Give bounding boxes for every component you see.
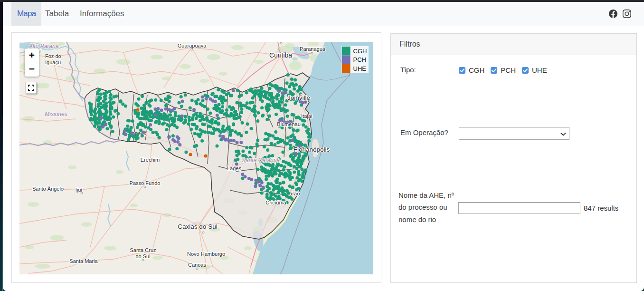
- svg-text:Paranaguá: Paranaguá: [300, 46, 326, 52]
- svg-text:Canoas: Canoas: [188, 262, 206, 268]
- svg-text:Santa Catarina: Santa Catarina: [242, 157, 280, 164]
- svg-text:Blumenau: Blumenau: [277, 121, 301, 127]
- svg-text:Caxias do Sul: Caxias do Sul: [178, 223, 217, 230]
- svg-text:Passo Fundo: Passo Fundo: [130, 180, 161, 186]
- svg-text:Florianópolis: Florianópolis: [294, 146, 330, 153]
- svg-text:Lages: Lages: [227, 165, 241, 171]
- svg-text:Misiones: Misiones: [45, 111, 67, 117]
- svg-text:do Sul: do Sul: [135, 253, 150, 259]
- svg-text:Erechim: Erechim: [141, 157, 160, 163]
- svg-text:PCH: PCH: [353, 56, 366, 63]
- svg-text:Foz do: Foz do: [45, 53, 61, 59]
- svg-text:Santa Maria: Santa Maria: [69, 258, 98, 264]
- svg-text:Iguaçu: Iguaçu: [45, 59, 61, 65]
- svg-text:Guarapuava: Guarapuava: [178, 43, 207, 48]
- svg-text:Santa Cruz: Santa Cruz: [130, 247, 156, 253]
- svg-text:Santo Ângelo: Santo Ângelo: [32, 186, 64, 192]
- svg-text:Curitiba: Curitiba: [269, 51, 292, 59]
- svg-text:CGH: CGH: [353, 48, 367, 55]
- svg-text:Novo Hamburgo: Novo Hamburgo: [187, 251, 225, 257]
- svg-text:Itajaí: Itajaí: [301, 113, 313, 119]
- svg-text:Criciúma: Criciúma: [265, 200, 286, 205]
- svg-text:Joinville: Joinville: [287, 94, 310, 101]
- svg-text:Ijuí: Ijuí: [76, 187, 83, 193]
- svg-text:UHE: UHE: [353, 65, 367, 72]
